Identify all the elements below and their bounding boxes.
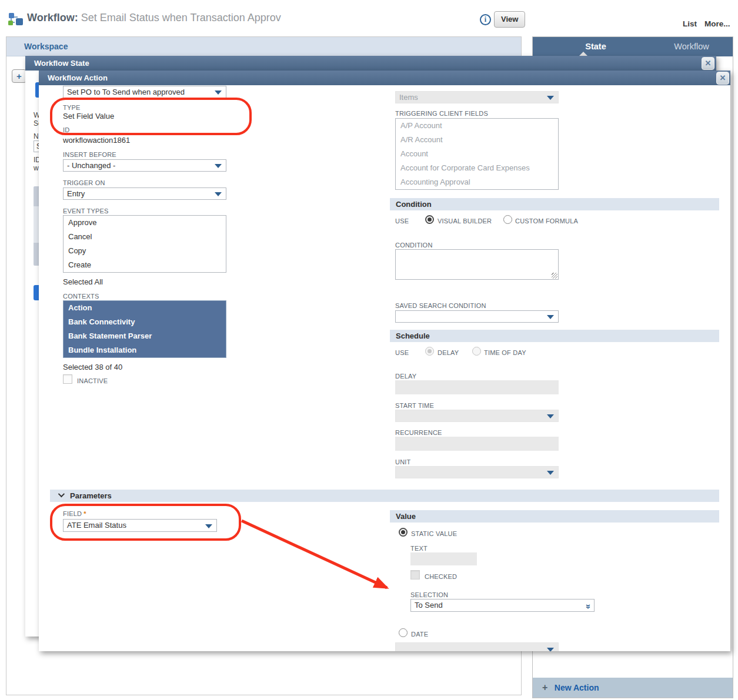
use-label: USE: [395, 349, 409, 356]
trigger-on-select[interactable]: Entry: [63, 187, 226, 200]
use-label: USE: [395, 217, 409, 225]
id-label: ID: [63, 126, 69, 133]
list-item[interactable]: Bank Statement Parser: [64, 329, 226, 343]
list-item[interactable]: Bank Connectivity: [64, 315, 226, 329]
contexts-summary: Selected 38 of 40: [63, 363, 122, 371]
action-select-value: Set PO to To Send when approved: [67, 88, 185, 96]
delay-radio-label: DELAY: [438, 349, 459, 356]
unit-select: [395, 466, 559, 478]
workflow-state-titlebar[interactable]: Workflow State: [25, 56, 716, 71]
time-of-day-label: TIME OF DAY: [484, 349, 526, 356]
trigger-on-value: Entry: [67, 189, 85, 198]
workflow-action-dialog: Workflow Action ✕ Set PO to To Send when…: [39, 71, 730, 651]
resize-grip-icon[interactable]: [552, 273, 557, 279]
close-icon[interactable]: ✕: [716, 72, 729, 85]
chevron-down-icon: [547, 96, 554, 100]
double-chevron-icon: »: [583, 604, 595, 607]
triggering-fields-listbox: A/P Account A/R Account Account Account …: [395, 118, 559, 190]
list-item[interactable]: Bundle Installation: [64, 343, 226, 357]
list-link[interactable]: List: [683, 19, 697, 28]
parameters-title: Parameters: [70, 491, 112, 500]
new-action-link[interactable]: New Action: [555, 683, 599, 692]
delay-input: [395, 380, 559, 394]
collapse-chevron-icon: [58, 491, 65, 497]
field-label: FIELD*: [63, 510, 86, 517]
condition-textarea[interactable]: [395, 249, 559, 280]
static-value-label: STATIC VALUE: [411, 530, 457, 537]
event-types-summary: Selected All: [63, 277, 103, 286]
action-select[interactable]: Set PO to To Send when approved: [63, 86, 226, 98]
workspace-header: Workspace: [6, 37, 521, 56]
selection-select[interactable]: To Send »: [410, 599, 595, 612]
start-time-label: START TIME: [395, 402, 434, 409]
inactive-checkbox[interactable]: [63, 374, 72, 384]
insert-before-label: INSERT BEFORE: [63, 151, 116, 158]
netsuite-workflow-page: Workflow: Set Email Status when Transact…: [0, 0, 738, 700]
insert-before-select[interactable]: - Unchanged -: [63, 159, 226, 172]
date-select: [395, 642, 559, 651]
add-button[interactable]: +: [12, 69, 26, 83]
selection-label: SELECTION: [410, 591, 448, 598]
condition-label: CONDITION: [395, 242, 433, 249]
items-select: Items: [395, 91, 559, 103]
close-icon[interactable]: ✕: [702, 57, 714, 70]
list-item: Account: [396, 147, 558, 161]
page-title-text: Set Email Status when Transaction Approv: [81, 12, 281, 24]
selection-value: To Send: [415, 599, 443, 611]
time-of-day-radio: [472, 347, 481, 356]
tab-workflow[interactable]: Workflow: [662, 37, 721, 56]
required-asterisk: *: [84, 510, 86, 517]
saved-search-select[interactable]: [395, 310, 559, 323]
new-action-bar[interactable]: + New Action: [533, 678, 733, 698]
recurrence-input: [395, 437, 559, 451]
event-types-label: EVENT TYPES: [63, 207, 109, 215]
delay-radio: [425, 347, 434, 356]
inactive-label: INACTIVE: [77, 377, 108, 384]
chevron-down-icon: [547, 648, 554, 651]
info-icon[interactable]: i: [480, 14, 491, 25]
workflow-action-titlebar[interactable]: Workflow Action: [39, 71, 730, 85]
list-item[interactable]: Cancel: [64, 230, 226, 244]
schedule-section-header: Schedule: [390, 330, 719, 342]
text-label: TEXT: [410, 545, 428, 552]
visual-builder-label: VISUAL BUILDER: [438, 217, 492, 225]
insert-before-value: - Unchanged -: [67, 161, 115, 170]
type-label: TYPE: [63, 104, 81, 111]
field-select[interactable]: ATE Email Status: [63, 519, 217, 532]
list-item[interactable]: Create: [64, 258, 226, 272]
static-value-radio[interactable]: [399, 528, 408, 537]
parameters-section-header[interactable]: Parameters: [50, 490, 719, 502]
triggering-fields-label: TRIGGERING CLIENT FIELDS: [395, 110, 488, 117]
event-types-listbox[interactable]: Approve Cancel Copy Create: [63, 215, 226, 273]
list-item[interactable]: Approve: [64, 216, 226, 230]
list-item[interactable]: Action: [64, 301, 226, 315]
view-button[interactable]: View: [494, 11, 525, 28]
list-item[interactable]: Copy: [64, 244, 226, 258]
tab-state[interactable]: State: [569, 37, 622, 56]
plus-icon: +: [542, 682, 547, 692]
annotation-arrow: [39, 71, 730, 651]
page-title-prefix: Workflow:: [27, 12, 78, 24]
checked-checkbox: [410, 570, 420, 580]
chevron-down-icon: [215, 164, 222, 168]
contexts-listbox[interactable]: Action Bank Connectivity Bank Statement …: [63, 300, 226, 358]
contexts-label: CONTEXTS: [63, 293, 99, 300]
saved-search-label: SAVED SEARCH CONDITION: [395, 302, 486, 309]
date-radio[interactable]: [399, 628, 408, 637]
more-link[interactable]: More...: [704, 19, 730, 28]
workflow-icon: [7, 11, 25, 31]
chevron-down-icon: [215, 91, 222, 95]
date-label: DATE: [411, 631, 428, 638]
field-select-value: ATE Email Status: [67, 520, 126, 531]
value-fragment: w: [34, 164, 39, 172]
value-section-header: Value: [390, 510, 719, 523]
field-label-text: FIELD: [63, 510, 82, 517]
type-value: Set Field Value: [63, 112, 114, 120]
delay-label: DELAY: [395, 373, 416, 380]
items-select-value: Items: [399, 93, 418, 102]
recurrence-label: RECURRENCE: [395, 429, 442, 436]
chevron-down-icon: [205, 524, 212, 528]
custom-formula-radio[interactable]: [503, 215, 512, 224]
list-item: Accounting Approval: [396, 175, 558, 189]
visual-builder-radio[interactable]: [425, 215, 434, 224]
